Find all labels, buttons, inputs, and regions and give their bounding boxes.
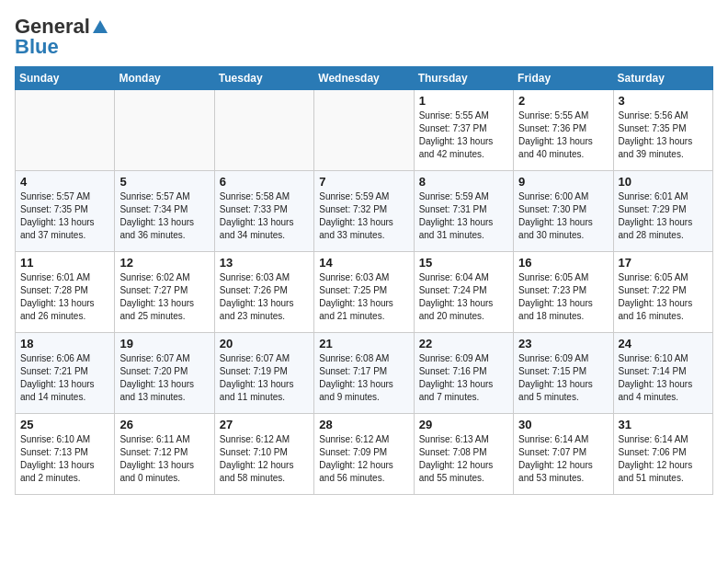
day-info: Sunrise: 5:59 AM Sunset: 7:32 PM Dayligh… [319, 190, 408, 242]
day-number: 5 [119, 175, 209, 189]
day-number: 13 [220, 256, 309, 270]
calendar-cell: 12Sunrise: 6:02 AM Sunset: 7:27 PM Dayli… [115, 252, 214, 333]
calendar-cell: 9Sunrise: 6:00 AM Sunset: 7:30 PM Daylig… [514, 171, 613, 252]
day-info: Sunrise: 5:57 AM Sunset: 7:35 PM Dayligh… [20, 190, 109, 242]
day-number: 3 [619, 94, 708, 108]
day-number: 4 [20, 175, 109, 189]
day-number: 27 [220, 418, 309, 431]
day-info: Sunrise: 5:57 AM Sunset: 7:34 PM Dayligh… [119, 190, 209, 242]
day-number: 14 [319, 256, 408, 270]
day-info: Sunrise: 6:01 AM Sunset: 7:29 PM Dayligh… [619, 190, 708, 242]
calendar-cell: 29Sunrise: 6:13 AM Sunset: 7:08 PM Dayli… [414, 414, 513, 495]
day-info: Sunrise: 6:07 AM Sunset: 7:19 PM Dayligh… [220, 352, 309, 404]
calendar-cell: 10Sunrise: 6:01 AM Sunset: 7:29 PM Dayli… [613, 171, 712, 252]
header-cell-friday: Friday [514, 67, 613, 90]
header-cell-sunday: Sunday [16, 67, 115, 90]
day-number: 19 [119, 337, 209, 350]
logo-blue: Blue [15, 35, 59, 59]
day-number: 29 [419, 418, 508, 431]
logo-triangle-icon [92, 18, 108, 35]
day-info: Sunrise: 6:14 AM Sunset: 7:06 PM Dayligh… [619, 433, 708, 485]
day-number: 26 [119, 418, 209, 431]
day-info: Sunrise: 6:06 AM Sunset: 7:21 PM Dayligh… [20, 352, 109, 404]
day-number: 21 [319, 337, 408, 350]
day-number: 1 [419, 94, 508, 108]
calendar-cell: 21Sunrise: 6:08 AM Sunset: 7:17 PM Dayli… [314, 333, 414, 414]
calendar-cell: 26Sunrise: 6:11 AM Sunset: 7:12 PM Dayli… [115, 414, 214, 495]
day-info: Sunrise: 6:12 AM Sunset: 7:09 PM Dayligh… [319, 433, 408, 485]
day-info: Sunrise: 6:00 AM Sunset: 7:30 PM Dayligh… [518, 190, 608, 242]
day-info: Sunrise: 6:10 AM Sunset: 7:13 PM Dayligh… [20, 433, 109, 485]
calendar-row: 1Sunrise: 5:55 AM Sunset: 7:37 PM Daylig… [16, 90, 713, 171]
day-number: 8 [419, 175, 508, 189]
day-info: Sunrise: 6:10 AM Sunset: 7:14 PM Dayligh… [619, 352, 708, 404]
day-info: Sunrise: 6:12 AM Sunset: 7:10 PM Dayligh… [220, 433, 309, 485]
day-info: Sunrise: 6:05 AM Sunset: 7:23 PM Dayligh… [518, 271, 608, 323]
day-info: Sunrise: 6:03 AM Sunset: 7:25 PM Dayligh… [319, 271, 408, 323]
day-info: Sunrise: 5:55 AM Sunset: 7:37 PM Dayligh… [419, 109, 508, 161]
day-number: 20 [220, 337, 309, 350]
calendar-cell: 31Sunrise: 6:14 AM Sunset: 7:06 PM Dayli… [613, 414, 712, 495]
day-number: 2 [518, 94, 608, 108]
calendar-cell: 2Sunrise: 5:55 AM Sunset: 7:36 PM Daylig… [514, 90, 613, 171]
calendar-cell: 23Sunrise: 6:09 AM Sunset: 7:15 PM Dayli… [514, 333, 613, 414]
calendar-cell [314, 90, 414, 171]
day-info: Sunrise: 6:05 AM Sunset: 7:22 PM Dayligh… [619, 271, 708, 323]
day-info: Sunrise: 6:08 AM Sunset: 7:17 PM Dayligh… [319, 352, 408, 404]
day-info: Sunrise: 6:04 AM Sunset: 7:24 PM Dayligh… [419, 271, 508, 323]
calendar-cell: 30Sunrise: 6:14 AM Sunset: 7:07 PM Dayli… [514, 414, 613, 495]
calendar-table: SundayMondayTuesdayWednesdayThursdayFrid… [15, 66, 713, 495]
calendar-cell: 7Sunrise: 5:59 AM Sunset: 7:32 PM Daylig… [314, 171, 414, 252]
header-row: SundayMondayTuesdayWednesdayThursdayFrid… [16, 67, 713, 90]
day-info: Sunrise: 6:11 AM Sunset: 7:12 PM Dayligh… [119, 433, 209, 485]
day-number: 22 [419, 337, 508, 350]
day-number: 9 [518, 175, 608, 189]
day-number: 12 [119, 256, 209, 270]
day-info: Sunrise: 5:58 AM Sunset: 7:33 PM Dayligh… [220, 190, 309, 242]
calendar-row: 11Sunrise: 6:01 AM Sunset: 7:28 PM Dayli… [16, 252, 713, 333]
calendar-cell: 15Sunrise: 6:04 AM Sunset: 7:24 PM Dayli… [414, 252, 513, 333]
calendar-cell: 3Sunrise: 5:56 AM Sunset: 7:35 PM Daylig… [613, 90, 712, 171]
header: General Blue [15, 15, 713, 59]
day-number: 17 [619, 256, 708, 270]
day-number: 16 [518, 256, 608, 270]
day-info: Sunrise: 6:01 AM Sunset: 7:28 PM Dayligh… [20, 271, 109, 323]
calendar-cell: 19Sunrise: 6:07 AM Sunset: 7:20 PM Dayli… [115, 333, 214, 414]
header-cell-thursday: Thursday [414, 67, 513, 90]
day-number: 11 [20, 256, 109, 270]
svg-marker-0 [93, 20, 108, 33]
day-number: 24 [619, 337, 708, 350]
calendar-cell: 22Sunrise: 6:09 AM Sunset: 7:16 PM Dayli… [414, 333, 513, 414]
day-number: 31 [619, 418, 708, 431]
calendar-cell: 25Sunrise: 6:10 AM Sunset: 7:13 PM Dayli… [16, 414, 115, 495]
calendar-cell [214, 90, 313, 171]
header-cell-monday: Monday [115, 67, 214, 90]
day-info: Sunrise: 5:55 AM Sunset: 7:36 PM Dayligh… [518, 109, 608, 161]
day-info: Sunrise: 6:09 AM Sunset: 7:15 PM Dayligh… [518, 352, 608, 404]
header-cell-tuesday: Tuesday [214, 67, 313, 90]
day-info: Sunrise: 5:59 AM Sunset: 7:31 PM Dayligh… [419, 190, 508, 242]
calendar-cell: 5Sunrise: 5:57 AM Sunset: 7:34 PM Daylig… [115, 171, 214, 252]
header-cell-saturday: Saturday [613, 67, 712, 90]
calendar-cell: 1Sunrise: 5:55 AM Sunset: 7:37 PM Daylig… [414, 90, 513, 171]
calendar-row: 18Sunrise: 6:06 AM Sunset: 7:21 PM Dayli… [16, 333, 713, 414]
calendar-cell: 4Sunrise: 5:57 AM Sunset: 7:35 PM Daylig… [16, 171, 115, 252]
day-number: 18 [20, 337, 109, 350]
day-info: Sunrise: 6:13 AM Sunset: 7:08 PM Dayligh… [419, 433, 508, 485]
header-cell-wednesday: Wednesday [314, 67, 414, 90]
day-number: 30 [518, 418, 608, 431]
calendar-cell: 11Sunrise: 6:01 AM Sunset: 7:28 PM Dayli… [16, 252, 115, 333]
day-info: Sunrise: 6:02 AM Sunset: 7:27 PM Dayligh… [119, 271, 209, 323]
day-info: Sunrise: 6:03 AM Sunset: 7:26 PM Dayligh… [220, 271, 309, 323]
day-info: Sunrise: 5:56 AM Sunset: 7:35 PM Dayligh… [619, 109, 708, 161]
calendar-cell [16, 90, 115, 171]
calendar-row: 4Sunrise: 5:57 AM Sunset: 7:35 PM Daylig… [16, 171, 713, 252]
day-number: 10 [619, 175, 708, 189]
calendar-cell: 16Sunrise: 6:05 AM Sunset: 7:23 PM Dayli… [514, 252, 613, 333]
calendar-cell: 14Sunrise: 6:03 AM Sunset: 7:25 PM Dayli… [314, 252, 414, 333]
calendar-cell: 8Sunrise: 5:59 AM Sunset: 7:31 PM Daylig… [414, 171, 513, 252]
calendar-cell: 6Sunrise: 5:58 AM Sunset: 7:33 PM Daylig… [214, 171, 313, 252]
logo: General Blue [15, 15, 108, 59]
day-number: 15 [419, 256, 508, 270]
calendar-cell: 28Sunrise: 6:12 AM Sunset: 7:09 PM Dayli… [314, 414, 414, 495]
